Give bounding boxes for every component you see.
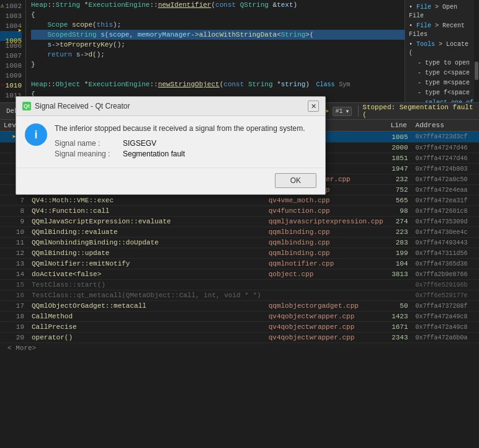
col-line: Line (387, 120, 412, 132)
table-row[interactable]: 19CallPreciseqv4qobjectwrapper.cpp16710x… (0, 322, 479, 333)
signal-name-label: Signal name : (55, 139, 123, 148)
cell-file: qqmlbinding.cpp (265, 248, 387, 259)
thread-value: #1 (336, 108, 343, 115)
dialog-title-text: Signal Received - Qt Creator (35, 102, 130, 110)
cell-function: operator() (28, 333, 265, 343)
cell-line: 1671 (387, 322, 412, 333)
cell-level: 11 (0, 238, 28, 248)
signal-name-value: SIGSEGV (123, 139, 156, 148)
cell-line: 1423 (387, 311, 412, 322)
signal-received-dialog: Qt Signal Received - Qt Creator ✕ i The … (16, 96, 326, 195)
cell-level: 14 (0, 269, 28, 280)
cell-level: 18 (0, 311, 28, 322)
signal-meaning-row: Signal meaning : Segmentation fault (55, 150, 316, 158)
dialog-text-area: The inferior stopped because it received… (55, 123, 316, 160)
cell-file: qqmlnotifier.cpp (265, 259, 387, 269)
cell-address: 0x7ffa47247d46 (412, 143, 479, 153)
table-row[interactable]: 7QV4::Moth::VME::execqv4vme_moth.cpp5650… (0, 195, 479, 206)
cell-level: 17 (0, 301, 28, 311)
dialog-footer: OK (16, 168, 325, 194)
cell-function: CallMethod (28, 311, 265, 322)
cell-line: 274 (387, 217, 412, 227)
cell-address: 0x7ffa4730ee4c (412, 227, 479, 238)
editor-scrollbar[interactable] (474, 0, 479, 102)
qt-creator-icon: Qt (22, 102, 31, 110)
table-row[interactable]: 13QQmlNotifier::emitNotifyqqmlnotifier.c… (0, 259, 479, 269)
table-row[interactable]: 14doActivate<false>qobject.cpp38130x7ffa… (0, 269, 479, 280)
line-numbers: 1002 1003 1004 ➤ 1005 1006 1007 1008 100… (0, 0, 26, 102)
cell-level: 15 (0, 280, 28, 290)
cell-function: QQmlNonbindingBinding::doUpdate (28, 238, 265, 248)
line-1010: 1010 (0, 81, 22, 91)
cell-level: 13 (0, 259, 28, 269)
cell-function: CallPrecise (28, 322, 265, 333)
cell-address: 0x7ffa4723d3cf (412, 132, 479, 143)
table-row[interactable]: 8QV4::Function::callqv4function.cpp980x7… (0, 206, 479, 217)
cell-line: 1005 (387, 132, 412, 143)
table-row[interactable]: 17QQmlObjectOrGadget::metacallqqmlobject… (0, 301, 479, 311)
cell-address: 0x7ffa47247d46 (412, 153, 479, 164)
cell-level: 8 (0, 206, 28, 217)
table-row[interactable]: 10QQmlBinding::evaluateqqmlbinding.cpp22… (0, 227, 479, 238)
table-row[interactable]: 11QQmlNonbindingBinding::doUpdateqqmlbin… (0, 238, 479, 248)
signal-meaning-label: Signal meaning : (55, 150, 123, 158)
ok-button[interactable]: OK (275, 173, 316, 188)
cell-file: qv4qobjectwrapper.cpp (265, 322, 387, 333)
thread-selector[interactable]: #1 ▼ (333, 107, 352, 116)
editor-scrollbar-thumb[interactable] (475, 61, 478, 80)
dialog-titlebar: Qt Signal Received - Qt Creator ✕ (16, 97, 325, 116)
table-row[interactable]: 15TestClass::start()0x7ff6e529196b (0, 280, 479, 290)
toolbar-separator-4 (358, 105, 359, 117)
table-row[interactable]: 18CallMethodqv4qobjectwrapper.cpp14230x7… (0, 311, 479, 322)
cell-address: 0x7ffa4737208f (412, 301, 479, 311)
cell-address: 0x7ffa472601c8 (412, 206, 479, 217)
cell-function: QQmlBinding::update (28, 248, 265, 259)
cell-level: 9 (0, 217, 28, 227)
table-row[interactable]: 20operator()qv4qobjectwrapper.cpp23430x7… (0, 333, 479, 343)
cell-file: qv4vme_moth.cpp (265, 195, 387, 206)
line-1005: ➤ 1005 (0, 31, 22, 41)
cell-function: QQmlJavaScriptExpression::evaluate (28, 217, 265, 227)
table-row[interactable]: 12QQmlBinding::updateqqmlbinding.cpp1990… (0, 248, 479, 259)
cell-file: qv4qobjectwrapper.cpp (265, 333, 387, 343)
cell-line: 2000 (387, 143, 412, 153)
cell-line: 1851 (387, 153, 412, 164)
line-1008: 1008 (0, 61, 22, 71)
cell-function: QV4::Moth::VME::exec (28, 195, 265, 206)
cell-file: qv4qobjectwrapper.cpp (265, 311, 387, 322)
more-frames-item[interactable]: < More> (0, 343, 479, 353)
cell-level: 20 (0, 333, 28, 343)
table-row[interactable]: 9QQmlJavaScriptExpression::evaluateqqmlj… (0, 217, 479, 227)
cell-address: 0x7ffa472a49c8 (412, 311, 479, 322)
cell-file: qqmlobjectorgadget.cpp (265, 301, 387, 311)
cell-function: QQmlObjectOrGadget::metacall (28, 301, 265, 311)
cell-function: QQmlBinding::evaluate (28, 227, 265, 238)
cell-level: 19 (0, 322, 28, 333)
cell-function: QV4::Function::call (28, 206, 265, 217)
cell-file: qqmlbinding.cpp (265, 238, 387, 248)
table-row[interactable]: 16TestClass::qt_metacall(QMetaObject::Ca… (0, 290, 479, 301)
cell-address: 0x7ffa47493443 (412, 238, 479, 248)
cell-line: 283 (387, 238, 412, 248)
dialog-close-button[interactable]: ✕ (308, 101, 319, 112)
cell-address: 0x7ff6e529177e (412, 290, 479, 301)
cell-line: 50 (387, 301, 412, 311)
cell-level: 10 (0, 227, 28, 238)
cell-address: 0x7ffa47311d56 (412, 248, 479, 259)
line-1007: 1007 (0, 51, 22, 61)
cell-line: 1947 (387, 164, 412, 174)
cell-address: 0x7ffa472a0c50 (412, 174, 479, 185)
thread-dropdown-icon: ▼ (346, 109, 349, 114)
cell-address: 0x7ffa472a6b0a (412, 333, 479, 343)
cell-address: 0x7ff6e529196b (412, 280, 479, 290)
cell-address: 0x7ffa472a49c8 (412, 322, 479, 333)
dialog-main-message: The inferior stopped because it received… (55, 123, 316, 134)
info-icon: i (25, 123, 47, 146)
cell-address: 0x7ffa472ea31f (412, 195, 479, 206)
cell-function: QQmlNotifier::emitNotify (28, 259, 265, 269)
signal-meaning-value: Segmentation fault (123, 150, 185, 158)
cell-line: 104 (387, 259, 412, 269)
cell-function: doActivate<false> (28, 269, 265, 280)
cell-line: 3813 (387, 269, 412, 280)
col-address: Address (412, 120, 479, 132)
